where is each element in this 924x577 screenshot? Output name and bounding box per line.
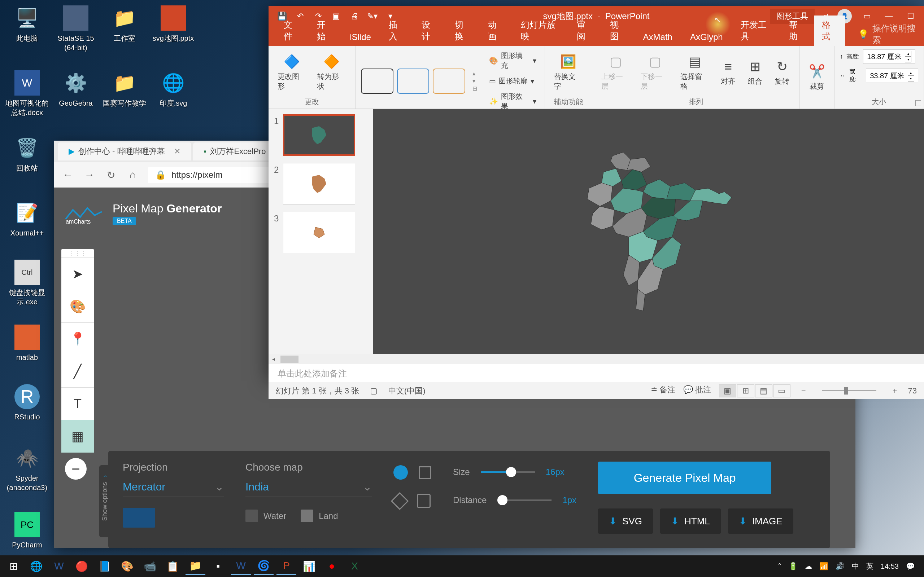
taskbar-powerpoint[interactable]: P [276, 557, 296, 575]
tell-me-search[interactable]: 💡 操作说明搜索 [858, 23, 917, 46]
close-icon[interactable]: ✕ [174, 147, 181, 156]
ribbon-options-icon[interactable]: ▭ [861, 10, 874, 23]
group-button[interactable]: ⊞ 组合 [743, 56, 767, 88]
slide-thumb-2[interactable] [283, 163, 355, 205]
print-icon[interactable]: 🖨 [348, 10, 360, 23]
bring-forward-button[interactable]: ▢ 上移一层 [598, 52, 634, 93]
tab-axmath[interactable]: AxMath [635, 29, 680, 46]
volume-icon[interactable]: 🔊 [835, 562, 845, 571]
normal-view-button[interactable]: ▣ [719, 384, 736, 397]
desktop-icon-svgmap-pptx[interactable]: svg地图.pptx [150, 5, 197, 43]
convert-shape-button[interactable]: 🔶 转为形状 [313, 52, 350, 93]
back-button[interactable]: ← [61, 169, 74, 181]
desktop-icon-xournal[interactable]: 📝 Xournal++ [3, 200, 50, 238]
download-svg-button[interactable]: ⬇ SVG [598, 508, 653, 534]
slide-canvas[interactable] [373, 109, 924, 354]
slideshow-view-button[interactable]: ▭ [773, 384, 790, 397]
tab-animations[interactable]: 动画 [480, 16, 512, 46]
tab-home[interactable]: 开始 [309, 16, 340, 46]
taskbar-explorer[interactable]: 📁 [186, 557, 205, 575]
alt-text-button[interactable]: 🖼️ 替换文字 [551, 52, 586, 93]
spin-down-icon[interactable]: ▾ [908, 76, 914, 82]
desktop-icon-geogebra[interactable]: ⚙️ GeoGebra [52, 70, 99, 108]
taskbar-terminal[interactable]: ▪ [208, 557, 228, 575]
forward-button[interactable]: → [83, 169, 96, 181]
text-tool[interactable]: T [61, 388, 94, 420]
projection-dropdown[interactable]: Mercator ⌄ [123, 480, 224, 497]
home-button[interactable]: ⌂ [126, 169, 139, 181]
minimize-icon[interactable]: — [882, 10, 895, 23]
height-input[interactable]: 18.87 厘米 ▴▾ [863, 49, 915, 64]
size-slider[interactable] [481, 471, 535, 473]
rotate-button[interactable]: ↻ 旋转 [771, 56, 794, 88]
shape-circle-button[interactable] [393, 465, 408, 480]
taskbar-word[interactable]: W [49, 557, 69, 575]
tray-up-icon[interactable]: ˄ [778, 562, 782, 571]
zoom-slider[interactable] [822, 390, 876, 391]
zoom-in-icon[interactable]: + [893, 386, 897, 396]
pattern-tool[interactable]: ▦ [61, 420, 94, 453]
comments-toggle[interactable]: 💬 批注 [683, 384, 711, 397]
desktop-icon-spyder[interactable]: 🕷️ Spyder (anaconda3) [3, 445, 50, 492]
desktop-icon-pycharm[interactable]: PC PyCharm [3, 512, 50, 550]
shape-style-3[interactable] [433, 69, 465, 94]
maximize-icon[interactable]: ☐ [904, 10, 917, 23]
taskbar-edge[interactable]: 🌀 [254, 557, 274, 575]
taskbar-chrome[interactable]: 🔴 [72, 557, 92, 575]
desktop-icon-stata[interactable]: StataSE 15 (64-bit) [52, 5, 99, 52]
map-dropdown[interactable]: India ⌄ [246, 480, 372, 497]
shape-outline-button[interactable]: ▭ 图形轮廓▾ [486, 75, 539, 87]
fill-tool[interactable]: 🎨 [61, 290, 94, 323]
language-indicator[interactable]: 中文(中国) [388, 385, 426, 396]
spin-up-icon[interactable]: ▴ [908, 70, 914, 76]
land-checkbox[interactable]: Land [300, 509, 338, 522]
browser-tab-excel[interactable]: ▪ 刘万祥ExcelPro [193, 142, 277, 161]
clock[interactable]: 14:53 [881, 562, 899, 571]
shape-square-button[interactable] [419, 466, 431, 479]
notifications-icon[interactable]: 💬 [906, 562, 915, 571]
distance-slider[interactable] [498, 500, 551, 501]
taskbar-record[interactable]: ● [322, 557, 342, 575]
show-options-toggle[interactable]: Show options › [99, 465, 110, 537]
tab-islide[interactable]: iSlide [342, 29, 379, 46]
drag-handle-icon[interactable]: ⋮⋮⋮ [61, 249, 94, 258]
width-input[interactable]: 33.87 厘米 ▴▾ [866, 69, 918, 83]
notes-toggle[interactable]: ≐ 备注 [651, 384, 675, 397]
start-button[interactable]: ⊞ [3, 557, 23, 575]
scroll-thumb[interactable] [281, 356, 299, 363]
pen-icon[interactable]: ✎▾ [366, 10, 379, 23]
wifi-icon[interactable]: 📶 [819, 562, 828, 571]
tab-design[interactable]: 设计 [414, 16, 445, 46]
align-button[interactable]: ≡ 对齐 [716, 56, 740, 88]
taskbar-app4[interactable]: 📋 [163, 557, 183, 575]
pin-tool[interactable]: 📍 [61, 323, 94, 355]
slide-thumb-1[interactable] [283, 114, 355, 156]
desktop-icon-writing[interactable]: 📁 国赛写作教学 [101, 70, 148, 108]
shape-hexagon-button[interactable] [417, 494, 431, 508]
desktop-icon-this-pc[interactable]: 🖥️ 此电脑 [3, 5, 50, 43]
notes-pane[interactable]: 单击此处添加备注 [268, 364, 924, 382]
taskbar-excel[interactable]: X [345, 557, 365, 575]
cloud-icon[interactable]: ☁ [805, 562, 812, 571]
shape-style-1[interactable] [361, 69, 393, 94]
water-checkbox[interactable]: Water [246, 509, 286, 522]
download-html-button[interactable]: ⬇ HTML [660, 508, 721, 534]
download-image-button[interactable]: ⬇ IMAGE [728, 508, 793, 534]
dialog-launcher-icon[interactable] [915, 100, 921, 106]
tab-format[interactable]: 格式 [814, 16, 845, 46]
selection-pane-button[interactable]: ▤ 选择窗格 [677, 52, 713, 93]
sorter-view-button[interactable]: ⊞ [737, 384, 754, 397]
shape-style-2[interactable] [397, 69, 430, 94]
desktop-icon-mapviz-docx[interactable]: W 地图可视化的总结.docx [3, 70, 50, 117]
desktop-icon-rstudio[interactable]: R RStudio [3, 384, 50, 422]
send-backward-button[interactable]: ▢ 下移一层 [637, 52, 673, 93]
shape-fill-button[interactable]: 🎨 图形填充▾ [486, 49, 539, 72]
accessibility-icon[interactable]: ▢ [370, 386, 378, 396]
battery-icon[interactable]: 🔋 [789, 562, 798, 571]
taskbar-app1[interactable]: 📘 [95, 557, 115, 575]
horizontal-scrollbar[interactable]: ◂ [268, 354, 924, 364]
tab-insert[interactable]: 插入 [381, 16, 412, 46]
reading-view-button[interactable]: ▤ [755, 384, 772, 397]
scroll-left-icon[interactable]: ◂ [268, 354, 279, 364]
tab-file[interactable]: 文件 [276, 16, 307, 46]
